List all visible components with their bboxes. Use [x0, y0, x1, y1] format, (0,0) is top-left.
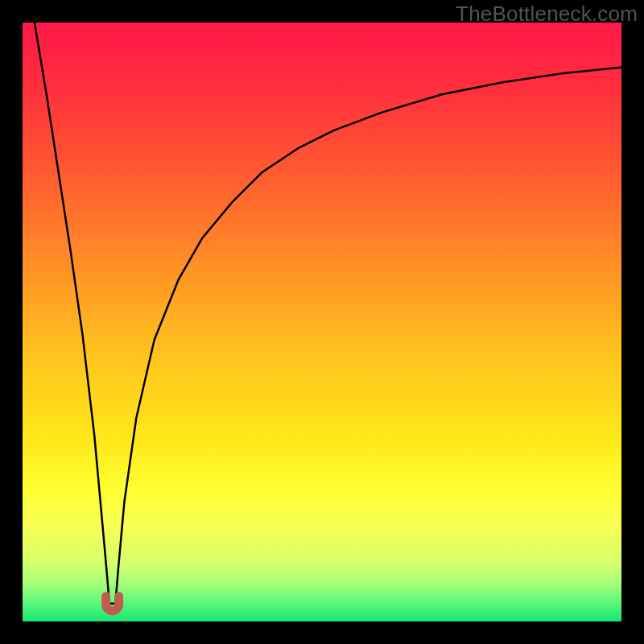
chart-background-gradient: [23, 23, 621, 621]
chart-frame: TheBottleneck.com: [0, 0, 644, 644]
chart-svg: [23, 23, 621, 621]
chart-plot-area: [23, 23, 621, 621]
watermark-text: TheBottleneck.com: [456, 2, 638, 27]
